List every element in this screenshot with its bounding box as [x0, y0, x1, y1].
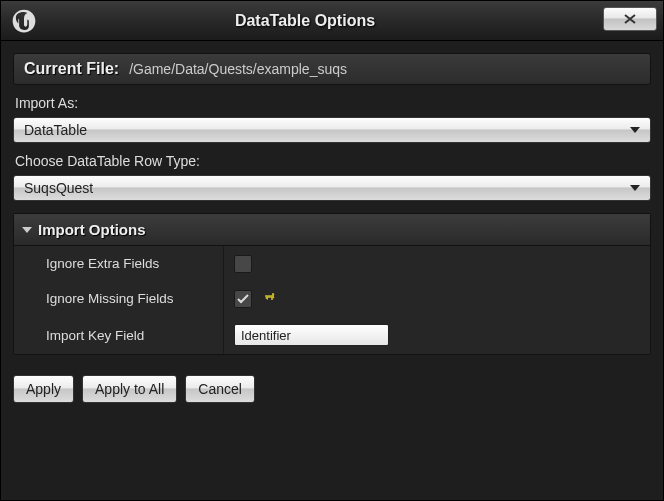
reset-to-default-icon[interactable]: [262, 290, 276, 307]
import-options-body: Ignore Extra Fields Ignore Missing Field…: [14, 246, 650, 354]
chevron-down-icon: [630, 127, 640, 133]
ignore-extra-fields-value: [224, 246, 650, 281]
dialog-window: DataTable Options Current File: /Game/Da…: [0, 0, 664, 501]
ignore-missing-fields-label: Ignore Missing Fields: [14, 281, 224, 316]
import-as-label: Import As:: [15, 95, 651, 111]
current-file-row: Current File: /Game/Data/Quests/example_…: [13, 53, 651, 85]
row-type-label: Choose DataTable Row Type:: [15, 153, 651, 169]
window-title: DataTable Options: [7, 12, 603, 30]
ignore-missing-fields-value: [224, 281, 650, 316]
row-type-value: SuqsQuest: [24, 180, 630, 196]
import-options-title: Import Options: [38, 221, 146, 238]
cancel-button[interactable]: Cancel: [185, 375, 255, 403]
current-file-label: Current File:: [24, 60, 119, 78]
import-as-dropdown[interactable]: DataTable: [13, 117, 651, 143]
titlebar: DataTable Options: [1, 1, 663, 41]
row-type-dropdown[interactable]: SuqsQuest: [13, 175, 651, 201]
import-key-field-label: Import Key Field: [14, 316, 224, 354]
apply-to-all-button[interactable]: Apply to All: [82, 375, 177, 403]
chevron-down-icon: [630, 185, 640, 191]
ignore-missing-fields-checkbox[interactable]: [234, 290, 252, 308]
import-as-value: DataTable: [24, 122, 630, 138]
dialog-buttons: Apply Apply to All Cancel: [13, 375, 651, 403]
apply-button[interactable]: Apply: [13, 375, 74, 403]
caret-down-icon: [22, 227, 32, 233]
close-icon: [623, 14, 637, 24]
ignore-extra-fields-label: Ignore Extra Fields: [14, 246, 224, 281]
import-options-panel: Import Options Ignore Extra Fields Ignor…: [13, 213, 651, 355]
import-key-field-value: [224, 316, 650, 354]
current-file-path: /Game/Data/Quests/example_suqs: [129, 61, 347, 77]
close-button[interactable]: [603, 7, 657, 31]
checkmark-icon: [236, 292, 250, 306]
ignore-extra-fields-checkbox[interactable]: [234, 255, 252, 273]
dialog-content: Current File: /Game/Data/Quests/example_…: [1, 41, 663, 500]
import-key-field-input[interactable]: [234, 324, 389, 346]
import-options-header[interactable]: Import Options: [14, 214, 650, 246]
